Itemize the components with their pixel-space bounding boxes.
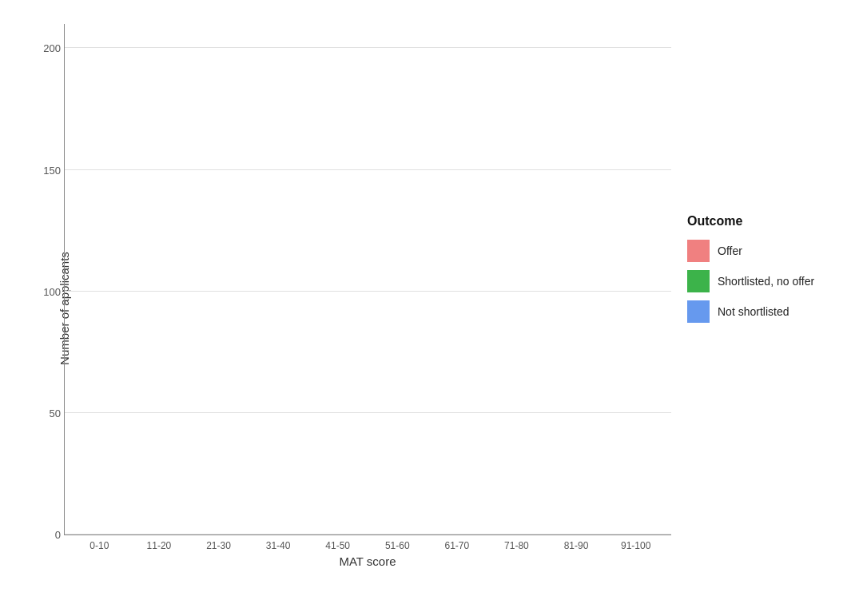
x-tick-label: 0-10 (72, 540, 127, 551)
y-tick-label: 150 (29, 164, 61, 176)
chart-area: 050100150200 0-1011-2021-3031-4041-5051-… (64, 24, 671, 568)
x-tick-label: 91-100 (608, 540, 663, 551)
legend-swatch-shortlisted_no_offer (687, 270, 710, 292)
x-axis-title: MAT score (64, 554, 671, 568)
y-tick-label: 0 (29, 529, 61, 541)
legend-items: OfferShortlisted, no offerNot shortliste… (687, 240, 814, 331)
x-tick-label: 81-90 (549, 540, 604, 551)
x-tick-label: 11-20 (132, 540, 187, 551)
legend-label-shortlisted_no_offer: Shortlisted, no offer (718, 275, 814, 288)
y-tick-label: 200 (29, 42, 61, 54)
legend-title: Outcome (687, 214, 742, 229)
legend-label-not_shortlisted: Not shortlisted (718, 305, 789, 318)
legend-label-offer: Offer (718, 244, 742, 257)
legend: Outcome OfferShortlisted, no offerNot sh… (671, 198, 847, 347)
legend-item-not_shortlisted: Not shortlisted (687, 300, 814, 323)
x-tick-label: 61-70 (430, 540, 485, 551)
chart-container: Number of applicants 050100150200 0-1011… (0, 0, 863, 616)
bars-wrapper (65, 24, 671, 535)
x-tick-label: 51-60 (370, 540, 425, 551)
x-axis-labels: 0-1011-2021-3031-4041-5051-6061-7071-808… (64, 535, 671, 551)
x-tick-label: 31-40 (251, 540, 306, 551)
y-tick-label: 100 (29, 285, 61, 297)
legend-item-shortlisted_no_offer: Shortlisted, no offer (687, 270, 814, 292)
legend-swatch-not_shortlisted (687, 300, 710, 323)
x-tick-label: 21-30 (191, 540, 246, 551)
legend-item-offer: Offer (687, 240, 814, 262)
x-tick-label: 41-50 (310, 540, 365, 551)
y-tick-label: 50 (29, 407, 61, 419)
plot-area: 050100150200 (64, 24, 671, 535)
x-tick-label: 71-80 (489, 540, 544, 551)
legend-swatch-offer (687, 240, 710, 262)
